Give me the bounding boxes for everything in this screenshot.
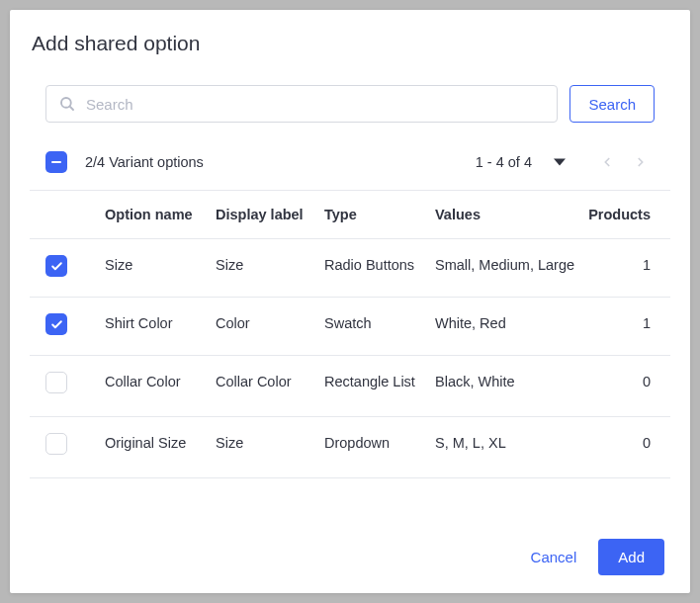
row-checkbox[interactable]: [45, 433, 67, 455]
row-checkbox[interactable]: [45, 372, 67, 393]
options-table: Option name Display label Type Values Pr…: [30, 190, 670, 478]
caret-down-icon: [554, 156, 566, 168]
select-all-checkbox[interactable]: [45, 151, 67, 173]
type-cell: Swatch: [318, 298, 429, 356]
modal-footer: Cancel Add: [30, 515, 670, 575]
search-input[interactable]: [86, 96, 545, 113]
option-name-cell: Shirt Color: [99, 298, 210, 356]
selection-summary: 2/4 Variant options: [85, 154, 204, 170]
display-label-cell: Color: [210, 298, 318, 356]
modal-title: Add shared option: [30, 32, 670, 55]
add-shared-option-modal: Add shared option Search 2/4 Variant opt…: [10, 10, 690, 593]
products-cell: 1: [581, 298, 670, 356]
search-button[interactable]: Search: [569, 85, 655, 123]
table-row: Collar ColorCollar ColorRectangle ListBl…: [30, 356, 670, 417]
type-cell: Dropdown: [318, 417, 429, 478]
table-row: Shirt ColorColorSwatchWhite, Red1: [30, 298, 670, 356]
values-cell: White, Red: [429, 298, 581, 356]
search-row: Search: [30, 85, 670, 123]
option-name-cell: Size: [99, 239, 210, 298]
type-cell: Radio Buttons: [318, 239, 429, 298]
row-checkbox[interactable]: [45, 313, 67, 335]
table-row: SizeSizeRadio ButtonsSmall, Medium, Larg…: [30, 239, 670, 298]
svg-line-1: [69, 106, 73, 110]
values-cell: Black, White: [429, 356, 581, 417]
display-label-cell: Collar Color: [210, 356, 318, 417]
option-name-cell: Original Size: [99, 417, 210, 478]
option-name-cell: Collar Color: [99, 356, 210, 417]
check-icon: [50, 318, 63, 331]
products-cell: 0: [581, 356, 670, 417]
col-products: Products: [581, 191, 670, 239]
page-size-dropdown[interactable]: [546, 148, 573, 176]
col-type: Type: [318, 191, 429, 239]
chevron-left-icon: [600, 155, 614, 169]
products-cell: 1: [581, 239, 670, 298]
check-icon: [50, 260, 63, 273]
pagination-label: 1 - 4 of 4: [476, 154, 532, 170]
products-cell: 0: [581, 417, 670, 478]
col-display-label: Display label: [210, 191, 318, 239]
next-page-button[interactable]: [627, 148, 655, 176]
add-button[interactable]: Add: [598, 539, 664, 575]
table-header-row: Option name Display label Type Values Pr…: [30, 191, 670, 239]
display-label-cell: Size: [210, 239, 318, 298]
table-row: Original SizeSizeDropdownS, M, L, XL0: [30, 417, 670, 478]
col-option-name: Option name: [99, 191, 210, 239]
row-checkbox[interactable]: [45, 255, 67, 277]
display-label-cell: Size: [210, 417, 318, 478]
search-box[interactable]: [45, 85, 558, 123]
values-cell: Small, Medium, Large: [429, 239, 581, 298]
chevron-right-icon: [634, 155, 648, 169]
cancel-button[interactable]: Cancel: [531, 549, 577, 565]
col-values: Values: [429, 191, 581, 239]
table-toolbar: 2/4 Variant options 1 - 4 of 4: [30, 148, 670, 190]
prev-page-button[interactable]: [593, 148, 621, 176]
values-cell: S, M, L, XL: [429, 417, 581, 478]
search-icon: [58, 95, 76, 113]
type-cell: Rectangle List: [318, 356, 429, 417]
